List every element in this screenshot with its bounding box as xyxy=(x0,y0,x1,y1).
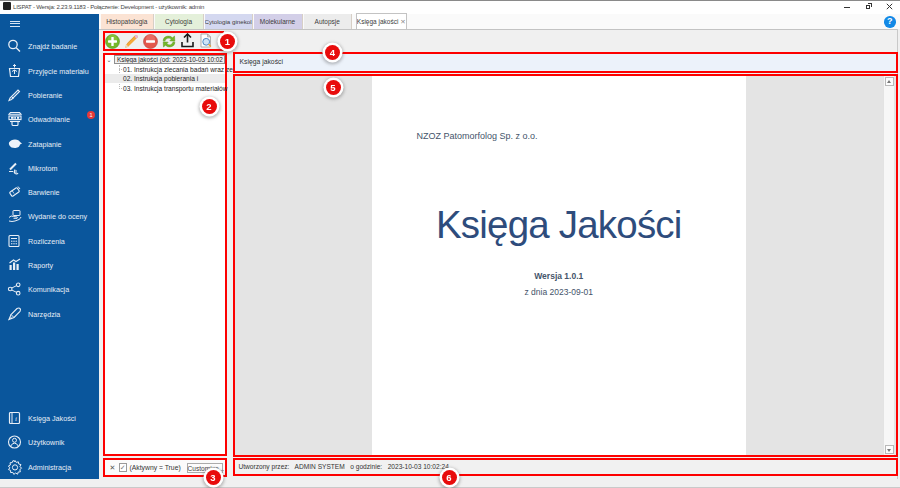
svg-text:i: i xyxy=(15,415,17,423)
